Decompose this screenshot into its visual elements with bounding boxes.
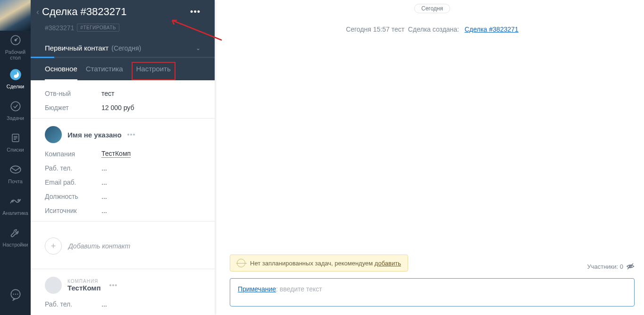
field-value-link[interactable]: ТестКомп — [101, 150, 131, 158]
add-contact-label: Добавить контакт — [68, 242, 130, 250]
nav-label: Настройки — [3, 242, 28, 247]
plus-icon: + — [45, 238, 62, 255]
field-company: Компания ТестКомп — [45, 150, 201, 158]
field-source: Иситочник ... — [45, 207, 201, 214]
svg-point-3 — [11, 102, 20, 111]
check-icon — [8, 99, 23, 113]
tab-main[interactable]: Основное — [45, 65, 77, 80]
participants-label: Участники: 0 — [587, 263, 623, 270]
task-banner: Нет запланированных задач, рекомендуем д… — [230, 255, 408, 272]
field-value[interactable]: ... — [101, 193, 107, 200]
feed-event-line: Сегодня 15:57 тест Сделка создана: Сделк… — [220, 26, 644, 33]
deals-icon — [8, 68, 23, 82]
contact-more-icon[interactable]: ••• — [127, 131, 136, 138]
chat-icon — [8, 288, 23, 302]
feed-deal-link[interactable]: Сделка #3823271 — [465, 26, 519, 33]
field-label: Отв-ный — [45, 90, 101, 97]
tab-setup[interactable]: Настроить — [132, 62, 176, 80]
nav-item-analytics[interactable]: Аналитика — [0, 189, 31, 221]
feed-user: тест — [392, 26, 404, 33]
field-value[interactable]: ... — [101, 179, 107, 186]
detail-body: Отв-ный тест Бюджет 12 000 руб Имя не ук… — [31, 80, 215, 315]
field-label: Должность — [45, 193, 101, 200]
feed-area: Сегодня Сегодня 15:57 тест Сделка создан… — [220, 0, 644, 315]
list-icon — [8, 131, 23, 145]
clock-icon — [237, 259, 245, 267]
divider — [31, 269, 215, 269]
field-label: Бюджет — [45, 104, 101, 111]
nav-item-settings[interactable]: Настройки — [0, 221, 31, 252]
tabs: Основное Статистика Настроить — [45, 65, 201, 80]
company-header: КОМПАНИЯ ТестКомп ••• — [45, 277, 201, 294]
date-pill: Сегодня — [414, 4, 450, 13]
nav-label: Почта — [8, 179, 23, 184]
divider — [31, 118, 215, 119]
field-responsible: Отв-ный тест — [45, 90, 201, 97]
nav-item-tasks[interactable]: Задачи — [0, 94, 31, 126]
field-phone: Раб. тел. ... — [45, 164, 201, 172]
field-label: Компания — [45, 150, 101, 158]
company-more-icon[interactable]: ••• — [109, 281, 118, 289]
field-email: Email раб. ... — [45, 179, 201, 186]
feed-text: Сделка создана: — [408, 26, 459, 33]
deal-title[interactable]: Сделка #3823271 — [42, 6, 190, 18]
field-value[interactable]: 12 000 руб — [101, 104, 134, 111]
stage-date: (Сегодня) — [111, 44, 141, 52]
contact-header: Имя не указано ••• — [45, 126, 201, 143]
field-label: Email раб. — [45, 179, 101, 186]
company-name[interactable]: ТестКомп — [67, 284, 101, 292]
stage-name: Первичный контакт — [45, 44, 109, 52]
analytics-icon — [8, 194, 23, 208]
svg-point-5 — [10, 166, 21, 173]
note-input[interactable]: Примечание: введите текст — [230, 278, 635, 306]
field-position: Должность ... — [45, 193, 201, 200]
field-label: Раб. тел. — [45, 164, 101, 172]
feed-bottom: Нет запланированных задач, рекомендуем д… — [220, 255, 644, 315]
company-avatar[interactable] — [45, 277, 62, 294]
field-value[interactable]: ... — [101, 300, 107, 308]
field-label: Раб. тел. — [45, 300, 101, 308]
nav-item-deals[interactable]: Сделки — [0, 62, 31, 94]
nav-item-dashboard[interactable]: Рабочий стол — [0, 31, 31, 62]
nav-item-chat[interactable] — [0, 279, 31, 310]
tab-stats[interactable]: Статистика — [86, 65, 123, 80]
panel-gap — [215, 0, 220, 315]
field-value[interactable]: тест — [101, 90, 114, 97]
field-budget: Бюджет 12 000 руб — [45, 104, 201, 111]
add-contact-button[interactable]: + Добавить контакт — [45, 229, 201, 263]
field-value[interactable]: ... — [101, 207, 107, 214]
tag-button[interactable]: #ТЕГИРОВАТЬ — [77, 24, 119, 32]
contact-avatar[interactable] — [45, 126, 62, 143]
participants[interactable]: Участники: 0 — [587, 262, 635, 271]
field-company-phone: Раб. тел. ... — [45, 300, 201, 308]
stage-row[interactable]: Первичный контакт (Сегодня) ⌄ — [45, 44, 201, 52]
contact-name[interactable]: Имя не указано — [67, 131, 122, 139]
nav-label: Списки — [7, 147, 24, 153]
note-prefix-link[interactable]: Примечание — [238, 285, 276, 293]
nav-header-image — [0, 0, 31, 31]
nav-item-mail[interactable]: Почта — [0, 157, 31, 189]
nav-label: Аналитика — [2, 210, 28, 216]
back-arrow-icon[interactable]: ‹ — [36, 7, 39, 17]
stage-progress-bar — [31, 57, 215, 58]
field-value[interactable]: ... — [101, 164, 107, 172]
chevron-down-icon[interactable]: ⌄ — [196, 45, 201, 51]
field-label: Иситочник — [45, 207, 101, 214]
feed-time: Сегодня 15:57 — [346, 26, 390, 33]
nav-label: Сделки — [7, 84, 25, 89]
mail-icon — [8, 162, 23, 177]
more-dots-icon[interactable]: ••• — [190, 7, 201, 17]
task-banner-text: Нет запланированных задач, рекомендуем д… — [250, 260, 401, 267]
nav-item-lists[interactable]: Списки — [0, 126, 31, 157]
eye-off-icon — [626, 262, 635, 271]
wrench-icon — [8, 226, 23, 240]
banner-text-part: Нет запланированных задач, рекомендуем — [250, 260, 375, 267]
svg-point-7 — [17, 199, 19, 201]
banner-add-link[interactable]: добавить — [375, 260, 401, 267]
deal-id: #3823271 — [45, 24, 74, 32]
nav-label: Рабочий стол — [0, 49, 31, 60]
detail-panel: ‹ Сделка #3823271 ••• #3823271 #ТЕГИРОВА… — [31, 0, 215, 315]
note-placeholder: : введите текст — [276, 285, 322, 293]
detail-header: ‹ Сделка #3823271 ••• #3823271 #ТЕГИРОВА… — [31, 0, 215, 80]
divider — [31, 221, 215, 221]
